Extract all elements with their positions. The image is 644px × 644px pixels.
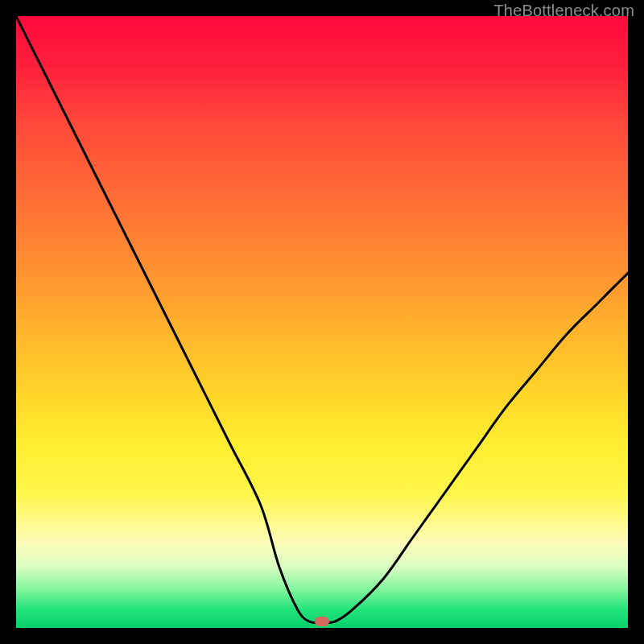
chart-frame: TheBottleneck.com [0, 0, 644, 644]
bottleneck-curve [16, 16, 628, 628]
optimal-point-marker [315, 617, 329, 626]
plot-area [16, 16, 628, 628]
curve-path [16, 16, 628, 623]
watermark-text: TheBottleneck.com [493, 2, 634, 20]
